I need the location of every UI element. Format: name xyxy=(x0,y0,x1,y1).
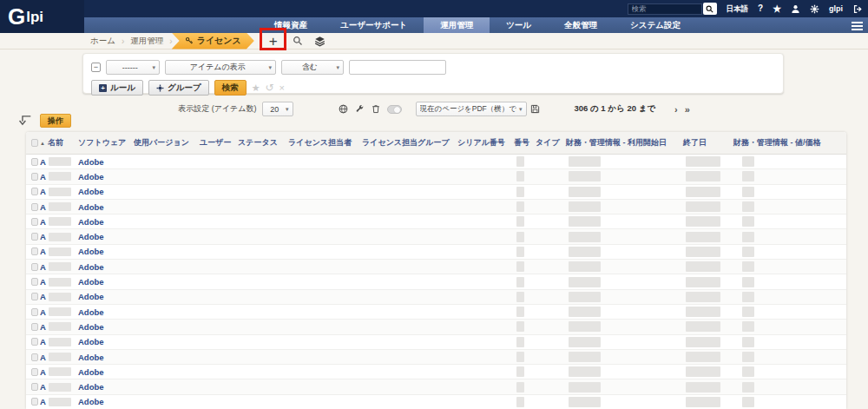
row-checkbox[interactable] xyxy=(31,398,38,406)
menu-tab-全般管理[interactable]: 全般管理 xyxy=(548,17,614,33)
column-header-serial[interactable]: シリアル番号 xyxy=(456,137,512,148)
software-link[interactable]: Adobe xyxy=(78,187,104,196)
software-link[interactable]: Adobe xyxy=(78,262,104,272)
add-group-button[interactable]: グループ xyxy=(148,80,209,96)
global-search-button[interactable] xyxy=(703,3,717,15)
row-checkbox[interactable] xyxy=(31,233,38,241)
globe-icon[interactable] xyxy=(339,104,348,114)
menu-tab-情報資産[interactable]: 情報資産 xyxy=(258,17,324,33)
column-header-type[interactable]: タイプ xyxy=(534,137,564,148)
clear-search-icon[interactable]: × xyxy=(279,83,285,93)
software-link[interactable]: Adobe xyxy=(78,307,104,317)
username-link[interactable]: glpi xyxy=(829,5,843,13)
license-name-link[interactable]: A xyxy=(40,187,46,196)
license-name-link[interactable]: A xyxy=(40,397,46,406)
license-name-link[interactable]: A xyxy=(40,217,46,227)
logout-icon[interactable] xyxy=(852,4,863,14)
add-rule-button[interactable]: + ルール xyxy=(91,80,143,96)
column-header-start_date[interactable]: 財務・管理情報 - 利用開始日 xyxy=(564,137,681,148)
export-save-icon[interactable] xyxy=(530,104,540,114)
global-search-input[interactable] xyxy=(628,3,702,15)
software-link[interactable]: Adobe xyxy=(78,277,104,287)
user-profile-icon[interactable] xyxy=(791,4,800,14)
row-checkbox[interactable] xyxy=(31,203,38,211)
software-link[interactable]: Adobe xyxy=(78,322,104,332)
license-name-link[interactable]: A xyxy=(40,367,46,377)
select-all-checkbox[interactable] xyxy=(31,139,38,147)
row-checkbox[interactable] xyxy=(31,263,38,271)
search-button[interactable]: 検索 xyxy=(214,80,247,96)
settings-gear-icon[interactable] xyxy=(810,4,819,14)
menu-tab-運用管理[interactable]: 運用管理 xyxy=(424,17,490,33)
license-name-link[interactable]: A xyxy=(40,277,46,287)
criteria-field-select[interactable]: アイテムの表示▾ xyxy=(165,60,276,75)
collapse-criteria-icon[interactable]: − xyxy=(91,63,101,72)
bookmark-star-icon[interactable]: ★ xyxy=(773,4,781,14)
column-header-name[interactable]: ▲名前 xyxy=(38,137,76,148)
software-link[interactable]: Adobe xyxy=(78,232,104,241)
row-checkbox[interactable] xyxy=(31,278,38,286)
row-checkbox[interactable] xyxy=(31,308,38,316)
license-name-link[interactable]: A xyxy=(40,337,46,346)
row-checkbox[interactable] xyxy=(31,158,38,166)
actions-button[interactable]: 操作 xyxy=(40,114,71,128)
license-name-link[interactable]: A xyxy=(40,382,46,392)
row-checkbox[interactable] xyxy=(31,173,38,181)
license-name-link[interactable]: A xyxy=(40,262,46,272)
breadcrumb-current-licenses[interactable]: ライセンス xyxy=(172,33,254,49)
column-header-license_manager[interactable]: ライセンス担当者 xyxy=(286,137,360,148)
column-header-status[interactable]: ステータス xyxy=(236,137,286,148)
breadcrumb-home[interactable]: ホーム xyxy=(90,36,115,47)
row-checkbox[interactable] xyxy=(31,323,38,331)
menu-hamburger-icon[interactable] xyxy=(852,20,863,32)
reset-search-icon[interactable]: ↺ xyxy=(266,82,274,93)
toggle-switch[interactable] xyxy=(387,105,402,114)
wrench-icon[interactable] xyxy=(355,104,365,114)
menu-tab-ユーザーサポート[interactable]: ユーザーサポート xyxy=(324,17,424,33)
save-bookmark-icon[interactable]: ★ xyxy=(252,83,260,93)
column-header-number[interactable]: 番号 xyxy=(512,137,534,148)
layers-icon[interactable] xyxy=(314,36,326,47)
language-link[interactable]: 日本語 xyxy=(727,5,749,13)
criteria-link-select[interactable]: ------▾ xyxy=(106,60,160,75)
license-name-link[interactable]: A xyxy=(40,232,46,241)
column-header-version[interactable]: 使用バージョン xyxy=(132,137,198,148)
column-header-software[interactable]: ソフトウェア xyxy=(76,137,132,148)
menu-tab-システム設定[interactable]: システム設定 xyxy=(614,17,697,33)
glpi-logo[interactable]: G lpi xyxy=(0,0,84,33)
row-checkbox[interactable] xyxy=(31,218,38,226)
software-link[interactable]: Adobe xyxy=(78,247,104,256)
row-checkbox[interactable] xyxy=(31,247,38,255)
license-name-link[interactable]: A xyxy=(40,172,46,181)
software-link[interactable]: Adobe xyxy=(78,157,104,167)
column-header-license_group[interactable]: ライセンス担当グループ xyxy=(360,137,456,148)
software-link[interactable]: Adobe xyxy=(78,172,104,181)
export-format-select[interactable]: 現在のページをPDF（横）で出力▾ xyxy=(416,102,527,116)
software-link[interactable]: Adobe xyxy=(78,397,104,406)
column-header-end_date[interactable]: 終了日 xyxy=(681,137,732,148)
search-mode-icon[interactable] xyxy=(293,36,303,46)
software-link[interactable]: Adobe xyxy=(78,382,104,392)
license-name-link[interactable]: A xyxy=(40,247,46,256)
license-name-link[interactable]: A xyxy=(40,307,46,317)
column-header-user[interactable]: ユーザー xyxy=(198,137,236,148)
row-checkbox[interactable] xyxy=(31,338,38,346)
license-name-link[interactable]: A xyxy=(40,157,46,167)
help-icon[interactable]: ? xyxy=(758,4,763,13)
criteria-operator-select[interactable]: 含む▾ xyxy=(281,60,344,75)
last-page-icon[interactable]: » xyxy=(685,104,690,115)
breadcrumb-section[interactable]: 運用管理 xyxy=(130,36,163,47)
next-page-icon[interactable]: › xyxy=(674,104,678,115)
row-checkbox[interactable] xyxy=(31,293,38,300)
software-link[interactable]: Adobe xyxy=(78,292,104,301)
menu-tab-ツール[interactable]: ツール xyxy=(490,17,548,33)
software-link[interactable]: Adobe xyxy=(78,202,104,212)
software-link[interactable]: Adobe xyxy=(78,337,104,346)
row-checkbox[interactable] xyxy=(31,353,38,361)
software-link[interactable]: Adobe xyxy=(78,217,104,227)
criteria-value-input[interactable] xyxy=(349,60,446,75)
license-name-link[interactable]: A xyxy=(40,202,46,212)
row-checkbox[interactable] xyxy=(31,188,38,195)
row-checkbox[interactable] xyxy=(31,383,38,391)
license-name-link[interactable]: A xyxy=(40,322,46,332)
